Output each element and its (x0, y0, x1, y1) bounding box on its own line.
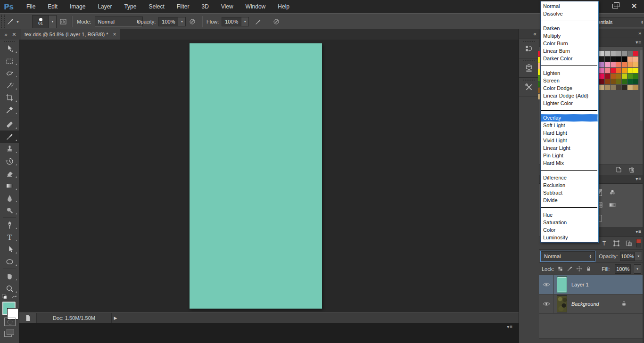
history-panel-button[interactable] (519, 39, 539, 58)
blend-option-luminosity[interactable]: Luminosity (541, 234, 598, 241)
gradient-tool[interactable] (0, 180, 19, 192)
layer-row-background[interactable]: Background (539, 294, 644, 314)
options-bar-grip[interactable] (1, 15, 5, 28)
magic-wand-tool[interactable] (0, 79, 19, 91)
swatch[interactable] (616, 51, 621, 56)
delete-swatch-button[interactable] (628, 166, 636, 173)
filter-smart-object-icon[interactable] (625, 240, 632, 247)
layer-blend-mode-select[interactable]: Normal ▲▼ (541, 251, 595, 261)
lock-all-button[interactable] (586, 266, 592, 272)
swatch[interactable] (633, 62, 638, 67)
blend-option-soft-light[interactable]: Soft Light (541, 122, 598, 129)
swatch[interactable] (627, 85, 633, 90)
swatch[interactable] (627, 68, 633, 73)
brush-tool[interactable] (0, 131, 19, 143)
swatch[interactable] (605, 51, 610, 56)
blend-option-vivid-light[interactable]: Vivid Light (541, 137, 598, 144)
swatch[interactable] (611, 62, 616, 67)
swatch[interactable] (622, 85, 627, 90)
blur-tool[interactable] (0, 192, 19, 204)
swatch[interactable] (633, 51, 638, 56)
swatch[interactable] (599, 68, 604, 73)
swatch[interactable] (616, 85, 621, 90)
layer-name[interactable]: Layer 1 (571, 282, 589, 287)
brush-preset-dropdown-button[interactable]: ▼ (49, 15, 57, 28)
pasteboard[interactable] (19, 40, 519, 312)
lock-pixels-button[interactable] (567, 266, 573, 272)
swatch[interactable] (622, 62, 627, 67)
blend-option-hard-mix[interactable]: Hard Mix (541, 159, 598, 167)
blend-option-saturation[interactable]: Saturation (541, 219, 598, 226)
airbrush-button[interactable] (255, 14, 262, 30)
blend-option-lighten[interactable]: Lighten (541, 69, 598, 77)
lock-transparency-button[interactable] (557, 266, 563, 272)
visibility-toggle[interactable] (539, 275, 554, 294)
zoom-tool[interactable] (0, 282, 19, 294)
layer-fill-dropdown[interactable]: ▼ (634, 264, 641, 274)
swatch[interactable] (622, 74, 627, 79)
swatch[interactable] (616, 57, 621, 62)
swatch[interactable] (599, 79, 604, 84)
menu-layer[interactable]: Layer (93, 1, 116, 12)
swatch[interactable] (616, 62, 621, 67)
screen-mode-button[interactable] (4, 329, 15, 337)
layer-row-layer-1[interactable]: Layer 1 (539, 275, 644, 294)
layer-thumbnail[interactable] (557, 276, 567, 293)
eraser-tool[interactable] (0, 167, 19, 180)
opacity-dropdown-button[interactable]: ▼ (178, 17, 186, 26)
close-icon[interactable]: ✕ (12, 32, 16, 38)
visibility-toggle[interactable] (539, 294, 554, 313)
restore-button[interactable] (609, 2, 621, 10)
flow-dropdown-button[interactable]: ▼ (241, 17, 249, 26)
flow-value[interactable]: 100% (222, 17, 241, 26)
collapse-dock-button[interactable]: « (519, 29, 539, 39)
spot-healing-brush-tool[interactable] (0, 118, 19, 131)
swatch[interactable] (622, 68, 627, 73)
channel-mixer-adjustment-icon[interactable] (609, 188, 622, 201)
swatch[interactable] (599, 62, 604, 67)
history-brush-tool[interactable] (0, 155, 19, 167)
tab-close-icon[interactable]: × (113, 31, 116, 38)
menu-select[interactable]: Select (144, 1, 169, 12)
hand-tool[interactable] (0, 270, 19, 282)
eyedropper-tool[interactable] (0, 104, 19, 116)
status-icon-box[interactable] (19, 313, 37, 323)
canvas[interactable] (190, 43, 322, 309)
swatch[interactable] (611, 51, 616, 56)
swatch[interactable] (633, 68, 638, 73)
menu-filter[interactable]: Filter (172, 1, 194, 12)
swatch[interactable] (611, 57, 616, 62)
type-tool[interactable]: T (0, 231, 19, 243)
blend-option-darken[interactable]: Darken (541, 24, 598, 32)
lasso-tool[interactable] (0, 67, 19, 79)
swatch[interactable] (627, 74, 633, 79)
document-tab[interactable]: tex.dds @ 54.8% (Layer 1, RGB/8) * × (21, 29, 120, 40)
mode-select[interactable]: Normal ▲▼ (95, 16, 143, 27)
layer-opacity-dropdown[interactable]: ▼ (635, 252, 642, 261)
menu-file[interactable]: File (22, 1, 40, 12)
blend-option-lighter-color[interactable]: Lighter Color (541, 99, 598, 107)
swatch[interactable] (622, 57, 627, 62)
swatch[interactable] (627, 79, 633, 84)
pressure-opacity-button[interactable] (189, 14, 196, 30)
swatch[interactable] (633, 57, 638, 62)
blend-option-color[interactable]: Color (541, 226, 598, 234)
swatch[interactable] (599, 85, 604, 90)
blend-option-difference[interactable]: Difference (541, 174, 598, 181)
blend-option-linear-light[interactable]: Linear Light (541, 144, 598, 152)
layer-fill-value[interactable]: 100% (615, 264, 631, 274)
blend-option-color-dodge[interactable]: Color Dodge (541, 84, 598, 92)
swatch[interactable] (599, 51, 604, 56)
layer-name[interactable]: Background (571, 301, 599, 307)
menu-edit[interactable]: Edit (43, 1, 62, 12)
panel-menu-icon[interactable]: ▾≡ (636, 40, 642, 45)
brush-preset-picker[interactable]: 61 ▼ (32, 14, 57, 30)
opacity-value[interactable]: 100% (158, 17, 178, 26)
gradient-map-adjustment-icon[interactable] (609, 201, 622, 214)
filter-type-icon[interactable]: T (601, 240, 608, 247)
blend-option-normal[interactable]: Normal (541, 2, 598, 10)
swatch[interactable] (616, 74, 621, 79)
brush-preset-box[interactable]: 61 (32, 15, 49, 28)
tool-preset-picker[interactable]: ▼ (7, 14, 19, 30)
swatch[interactable] (605, 74, 610, 79)
